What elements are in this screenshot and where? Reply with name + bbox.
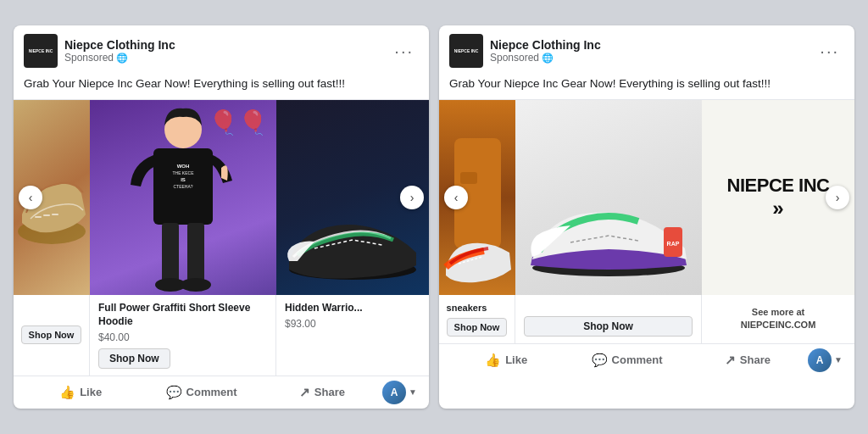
header-text-2: Niepce Clothing Inc Sponsored 🌐 — [490, 38, 601, 64]
svg-text:THE KECE: THE KECE — [172, 170, 194, 175]
more-options-2[interactable]: ··· — [815, 40, 844, 63]
actions-bar-2: 👍 Like 💬 Comment ↗ Share A ▼ — [439, 343, 854, 376]
page-logo-1: NIEPCE INC — [24, 34, 58, 68]
like-btn-1[interactable]: 👍 Like — [20, 380, 141, 405]
product-price-1c: $93.00 — [285, 318, 420, 330]
carousel-next-2[interactable]: › — [826, 186, 849, 209]
like-btn-2[interactable]: 👍 Like — [446, 348, 566, 373]
product-price-1b: $40.00 — [98, 331, 267, 343]
svg-text:RAP: RAP — [667, 241, 680, 247]
svg-rect-1 — [35, 216, 42, 218]
person-svg: WOH THE KECE IS CTEEHA? — [90, 100, 276, 295]
comment-btn-2[interactable]: 💬 Comment — [566, 348, 687, 373]
comment-icon-1: 💬 — [166, 385, 182, 400]
svg-point-13 — [181, 278, 211, 292]
header-left-1: NIEPCE INC Niepce Clothing Inc Sponsored… — [24, 34, 175, 68]
green-sneaker-svg: RAP — [524, 142, 693, 278]
shop-now-btn-2b[interactable]: Shop Now — [524, 316, 693, 337]
share-btn-1[interactable]: ↗ Share — [262, 380, 382, 405]
svg-rect-2 — [43, 214, 50, 216]
globe-icon-2: 🌐 — [542, 53, 554, 64]
sponsored-1: Sponsored 🌐 — [64, 52, 175, 64]
facebook-ad-card-2: NIEPCE INC Niepce Clothing Inc Sponsored… — [439, 25, 854, 408]
carousel-item-1b: 🎈🎈 WOH THE KECE IS CTEEHA? — [90, 100, 276, 295]
brand-name-text: NIEPCE INC — [727, 175, 830, 197]
card-header-1: NIEPCE INC Niepce Clothing Inc Sponsored… — [14, 25, 429, 71]
ad-text-2: Grab Your Niepce Inc Gear Now! Everythin… — [439, 71, 854, 99]
actions-bar-1: 👍 Like 💬 Comment ↗ Share A ▼ — [14, 376, 429, 409]
ad-text-1: Grab Your Niepce Inc Gear Now! Everythin… — [14, 71, 429, 99]
avatar-wrapper-1[interactable]: A ▼ — [382, 381, 422, 404]
comment-btn-1[interactable]: 💬 Comment — [141, 380, 261, 405]
pants-shoe-svg — [442, 138, 514, 291]
avatar-1: A — [382, 381, 406, 404]
share-btn-2[interactable]: ↗ Share — [687, 348, 808, 373]
product-card-1a: Shop Now — [14, 295, 90, 375]
svg-rect-16 — [460, 172, 477, 184]
share-icon-2: ↗ — [725, 353, 736, 368]
svg-text:IS: IS — [181, 177, 186, 182]
shop-now-btn-1b[interactable]: Shop Now — [98, 348, 170, 369]
product-info-row-1: Shop Now Full Power Graffiti Short Sleev… — [14, 295, 429, 375]
svg-text:CTEEHA?: CTEEHA? — [173, 184, 192, 189]
avatar-wrapper-2[interactable]: A ▼ — [808, 348, 848, 372]
like-icon-2: 👍 — [485, 353, 501, 368]
product-card-1c: Hidden Warrio... $93.00 — [276, 295, 429, 375]
page-name-2: Niepce Clothing Inc — [490, 38, 601, 52]
see-more-text: See more atNIEPCEINC.COM — [741, 306, 816, 332]
card-header-2: NIEPCE INC Niepce Clothing Inc Sponsored… — [439, 25, 854, 71]
carousel-2: ‹ — [439, 99, 854, 295]
product-card-2b: Shop Now — [515, 295, 702, 342]
like-icon-1: 👍 — [59, 385, 75, 400]
product-card-1b: Full Power Graffiti Short Sleeve Hoodie … — [90, 295, 276, 375]
svg-rect-10 — [162, 223, 179, 282]
product-card-2a: sneakers Shop Now — [439, 295, 515, 342]
share-icon-1: ↗ — [299, 385, 310, 400]
svg-text:WOH: WOH — [177, 164, 190, 169]
more-options-1[interactable]: ··· — [389, 40, 419, 63]
globe-icon-1: 🌐 — [116, 53, 128, 64]
brand-arrows: » — [727, 197, 830, 220]
brand-logo-display: NIEPCE INC » — [727, 175, 830, 220]
shop-now-btn-2a[interactable]: Shop Now — [447, 318, 508, 337]
carousel-next-1[interactable]: › — [400, 186, 424, 209]
header-text-1: Niepce Clothing Inc Sponsored 🌐 — [64, 38, 175, 64]
avatar-2: A — [808, 348, 832, 372]
svg-rect-11 — [187, 223, 204, 282]
carousel-item-2b: RAP — [515, 100, 702, 295]
product-title-2a: sneakers — [447, 302, 508, 314]
header-left-2: NIEPCE INC Niepce Clothing Inc Sponsored… — [449, 34, 601, 68]
facebook-ad-card-1: NIEPCE INC Niepce Clothing Inc Sponsored… — [14, 25, 429, 408]
chevron-icon-2: ▼ — [834, 355, 843, 364]
sponsored-2: Sponsored 🌐 — [490, 52, 601, 64]
product-info-row-2: sneakers Shop Now Shop Now See more atNI… — [439, 295, 854, 342]
chevron-icon-1: ▼ — [409, 387, 417, 397]
comment-icon-2: 💬 — [592, 353, 608, 368]
carousel-prev-1[interactable]: ‹ — [19, 186, 42, 209]
page-logo-2: NIEPCE INC — [449, 34, 483, 68]
shop-now-btn-1a[interactable]: Shop Now — [21, 326, 82, 344]
page-name-1: Niepce Clothing Inc — [64, 38, 175, 52]
product-title-1c: Hidden Warrio... — [285, 302, 420, 315]
product-card-2c: See more atNIEPCEINC.COM — [702, 295, 854, 342]
carousel-prev-2[interactable]: ‹ — [444, 186, 468, 209]
carousel-1: ‹ 🎈🎈 — [14, 99, 429, 295]
svg-rect-3 — [52, 214, 58, 215]
product-title-1b: Full Power Graffiti Short Sleeve Hoodie — [98, 302, 267, 328]
